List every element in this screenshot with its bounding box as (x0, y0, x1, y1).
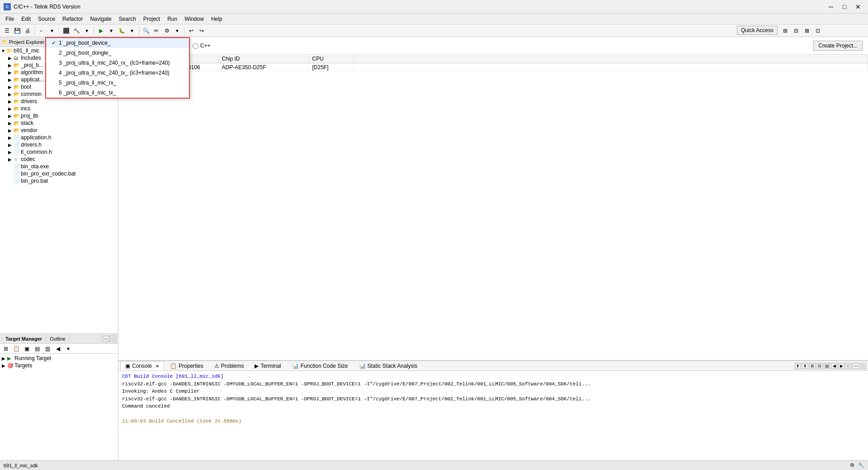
toolbar-arrow[interactable]: ▾ (172, 26, 182, 36)
toolbar-layout-3[interactable]: ⊠ (802, 26, 812, 36)
toolbar-more[interactable]: ⚙ (162, 26, 172, 36)
tab-properties[interactable]: 📋 Properties (165, 361, 208, 370)
app-icon: C (4, 3, 11, 10)
menu-source[interactable]: Source (34, 14, 59, 24)
toolbar-btn-3[interactable]: 🖨 (23, 26, 33, 36)
create-project-button[interactable]: Create Project... (813, 41, 863, 51)
menu-file[interactable]: File (2, 14, 18, 24)
toolbar-build-arrow[interactable]: ▾ (82, 26, 92, 36)
tab-console[interactable]: ▣ Console ✕ (120, 361, 164, 370)
status-icon-1: ⚙ (850, 462, 854, 468)
bottom-tb-7[interactable]: ▶ (838, 363, 844, 369)
tree-bin-ota[interactable]: 📄 bin_ota.exe (0, 163, 118, 170)
tree-stack[interactable]: ▶ 📂 stack (0, 119, 118, 127)
tree-incs[interactable]: ▶ 📂 incs (0, 105, 118, 112)
tab-static-stack[interactable]: 📊 Static Stack Analysis (354, 361, 423, 370)
dropdown-item-6[interactable]: 6 _proj_ultra_ll_mic_tx_ (46, 88, 189, 98)
menu-run[interactable]: Run (164, 14, 181, 24)
dropdown-item-5[interactable]: 5 _proj_ultra_ll_mic_rx_ (46, 78, 189, 88)
menu-edit[interactable]: Edit (18, 14, 34, 24)
target-tb-7[interactable]: ▾ (63, 344, 73, 354)
status-icon-2: 🔧 (858, 462, 864, 468)
toolbar-redo[interactable]: ↪ (197, 26, 207, 36)
table-row[interactable]: ADP-AE350-D25F-EAGLE-0106 ADP-AE350-D25F… (118, 63, 868, 72)
tree-drivers[interactable]: ▶ 📂 drivers (0, 98, 118, 105)
toolbar-debug[interactable]: 🐛 (117, 26, 127, 36)
dropdown-item-2[interactable]: 2 _proj_boot_dongle_ (46, 48, 189, 58)
dropdown-item-3[interactable]: 3 _proj_ultra_ll_mic_240_rx_ (lc3+frame=… (46, 58, 189, 68)
close-button[interactable]: ✕ (852, 2, 864, 12)
toolbar-run[interactable]: ▶ (96, 26, 106, 36)
toolbar-layout-4[interactable]: ⊡ (813, 26, 823, 36)
tree-bin-pro[interactable]: 📄 bin_pro.bat (0, 177, 118, 185)
menu-navigate[interactable]: Navigate (86, 14, 115, 24)
menu-refactor[interactable]: Refactor (59, 14, 86, 24)
project-creator: Project Language C C++ Create Project... (118, 37, 868, 361)
file-icon-codec: ≋ (14, 157, 21, 162)
toolbar-btn-2[interactable]: 💾 (12, 26, 22, 36)
toolbar-layout-1[interactable]: ⊞ (780, 26, 790, 36)
target-tb-4[interactable]: ▤ (32, 344, 42, 354)
bottom-tb-4[interactable]: ⊟ (816, 363, 823, 369)
project-table-body: ADP-AE350-D25F-EAGLE-0106 ADP-AE350-D25F… (118, 63, 868, 72)
console-line-1: riscv32-elf-gcc -DANDES_INTRINSIC -DMYUD… (122, 380, 864, 388)
tree-application-h[interactable]: ▶ 📄 application.h (0, 134, 118, 141)
menu-project[interactable]: Project (140, 14, 164, 24)
tab-function-code-size[interactable]: 📊 Function Code Size (287, 361, 353, 370)
toolbar-ref[interactable]: ✏ (151, 26, 161, 36)
quick-access-button[interactable]: Quick Access (737, 26, 778, 35)
target-tb-5[interactable]: ▥ (42, 344, 52, 354)
tree-drivers-h[interactable]: ▶ 📄 drivers.h (0, 141, 118, 148)
tree-vendor[interactable]: ▶ 📂 vendor (0, 127, 118, 134)
tab-outline[interactable]: Outline (46, 335, 70, 342)
tab-problems[interactable]: ⚠ Problems (209, 361, 249, 370)
toolbar-undo[interactable]: ↩ (186, 26, 196, 36)
menu-help[interactable]: Help (208, 14, 226, 24)
target-tb-2[interactable]: 📋 (11, 344, 21, 354)
bottom-tb-2[interactable]: ⬇ (802, 363, 808, 369)
toolbar-layout-2[interactable]: ⊟ (791, 26, 801, 36)
tab-target-manager[interactable]: Target Manager (2, 335, 46, 342)
bottom-minimize[interactable]: ─ (853, 363, 859, 369)
toolbar-build[interactable]: 🔨 (71, 26, 81, 36)
minimize-button[interactable]: ─ (825, 2, 837, 12)
radio-cpp[interactable] (193, 43, 198, 49)
bottom-tb-5[interactable]: ▤ (824, 363, 830, 369)
toolbar-debug-arrow[interactable]: ▾ (127, 26, 137, 36)
toolbar-group-3: ⬛ 🔨 ▾ (61, 26, 92, 36)
menu-search[interactable]: Search (115, 14, 140, 24)
folder-icon-9: 📂 (14, 113, 21, 119)
toolbar-fwd[interactable]: ▾ (47, 26, 57, 36)
target-tb-1[interactable]: ⊞ (1, 344, 11, 354)
toolbar-btn-1[interactable]: ☰ (2, 26, 12, 36)
tree-tl-common-h[interactable]: ▶ 📄 tl_common.h (0, 148, 118, 156)
radio-cpp-group[interactable]: C++ (193, 43, 211, 49)
label-includes: Includes (21, 55, 41, 61)
toolbar-stop[interactable]: ⬛ (61, 26, 71, 36)
dropdown-item-4[interactable]: 4 _proj_ultra_ll_mic_240_tx_ (lc3+frame=… (46, 68, 189, 78)
dropdown-item-1[interactable]: ✓ 1 _proj_boot_device_ (46, 38, 189, 48)
tab-terminal[interactable]: ▶ Terminal (250, 361, 286, 370)
toolbar-search[interactable]: 🔍 (141, 26, 151, 36)
tree-codec[interactable]: ▶ ≋ codec (0, 156, 118, 163)
target-tb-6[interactable]: ◀ (53, 344, 63, 354)
bottom-tb-3[interactable]: ⊞ (809, 363, 816, 369)
toolbar-back[interactable]: ← (37, 26, 47, 36)
bottom-maximize[interactable]: □ (860, 363, 866, 369)
target-tb-3[interactable]: ▣ (22, 344, 32, 354)
tree-bin-pro-ext[interactable]: 📄 bin_pro_ext_codec.bat (0, 170, 118, 177)
target-maximize[interactable]: □ (110, 336, 116, 342)
toolbar-run-arrow[interactable]: ▾ (106, 26, 116, 36)
tree-targets[interactable]: ▶ 🎯 Targets (1, 362, 117, 369)
label-vendor: vendor (21, 127, 38, 133)
tree-proj-lib[interactable]: ▶ 📂 proj_lib (0, 112, 118, 119)
terminal-label: Terminal (260, 363, 281, 369)
tree-running-target[interactable]: ▶ ▶ Running Target (1, 355, 117, 362)
target-minimize[interactable]: ─ (103, 336, 109, 342)
maximize-button[interactable]: □ (838, 2, 851, 12)
bottom-tb-8[interactable]: □ (845, 363, 852, 369)
target-panel: Target Manager Outline ─ □ ⊞ 📋 ▣ ▤ ▥ ◀ ▾ (0, 333, 118, 460)
bottom-tb-6[interactable]: ◀ (831, 363, 837, 369)
menu-window[interactable]: Window (181, 14, 208, 24)
bottom-tb-1[interactable]: ⬆ (795, 363, 801, 369)
